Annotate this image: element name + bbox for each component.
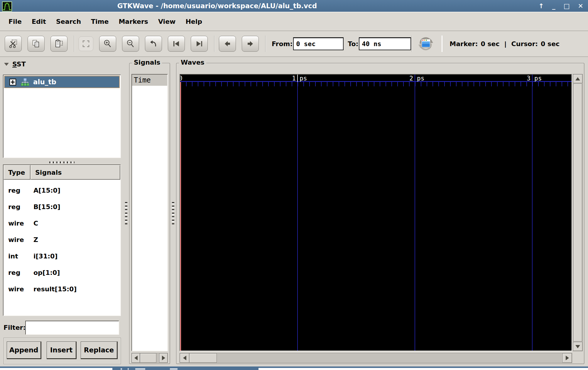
copy-icon[interactable] [28,36,45,52]
waves-vertical-scrollbar[interactable] [573,74,583,351]
timeline-tick-unit: ps [534,75,542,82]
cell-type: reg [4,187,31,194]
waves-panel-title: Waves [179,59,206,66]
fetch-to-start-icon[interactable] [168,36,185,52]
toolbar-separator [412,36,412,52]
waves-horizontal-scrollbar[interactable] [180,353,572,363]
zoom-out-icon[interactable] [122,36,139,52]
menu-item-markers[interactable]: Markers [114,15,153,28]
shift-right-icon[interactable] [242,36,259,52]
timeline-gridline [532,82,533,351]
shade-button[interactable]: ↑ [538,2,544,10]
window-controls: ↑ _ □ ✕ [538,0,583,12]
background-window-titlebar [112,368,258,370]
scrollbar-track[interactable] [156,353,159,363]
append-button[interactable]: Append [7,342,41,359]
cell-type: wire [4,236,31,243]
menubar: FileEditSearchTimeMarkersViewHelp [0,12,588,31]
close-button[interactable]: ✕ [578,2,583,10]
zoom-undo-icon[interactable] [145,36,162,52]
tree-item-alu-tb[interactable]: alu_tb [4,76,120,88]
menu-item-file[interactable]: File [4,15,27,28]
sst-label: SST [12,60,26,68]
timeline-gridline-top [415,75,415,82]
menu-item-search[interactable]: Search [51,15,86,28]
pane-resize-handle[interactable] [49,162,75,163]
signals-panel: Signals Time [129,63,170,364]
actions-frame: Append Insert Replace [4,338,121,364]
from-label: From: [272,40,293,48]
table-row[interactable]: wireZ [4,231,120,248]
to-label: To: [348,40,358,48]
signals-horizontal-scrollbar[interactable] [131,353,168,363]
cell-signal: C [31,220,38,227]
table-row[interactable]: inti[31:0] [4,248,120,264]
table-row[interactable]: regB[15:0] [4,199,120,215]
hierarchy-icon [21,78,29,86]
reload-waveform-icon[interactable] [416,35,435,52]
fetch-to-end-icon[interactable] [191,36,208,52]
gtkwave-window: GTKWave - /home/usuario/workspace/ALU/al… [0,0,588,368]
paste-icon[interactable] [50,36,67,52]
menu-item-view[interactable]: View [153,15,180,28]
signals-list[interactable]: Time [131,74,168,351]
expand-plus-icon[interactable] [9,79,16,85]
titlebar[interactable]: GTKWave - /home/usuario/workspace/ALU/al… [0,0,588,12]
scroll-right-button[interactable] [159,353,168,363]
scroll-right-button[interactable] [562,353,572,363]
scrollbar-thumb[interactable] [189,353,217,363]
from-input[interactable]: 0 sec [293,37,344,50]
signals-panel-title: Signals [132,59,162,66]
scroll-left-button[interactable] [180,353,189,363]
filter-input[interactable] [25,321,119,335]
screen: GTKWave - /home/usuario/workspace/ALU/al… [0,0,588,370]
table-row[interactable]: wireresult[15:0] [4,281,120,297]
maximize-button[interactable]: □ [564,2,570,10]
signal-type-table: Type Signals regA[15:0]regB[15:0]wireCwi… [3,164,121,316]
scrollbar-track[interactable] [217,353,562,363]
tree-item-label: alu_tb [33,78,56,86]
scroll-up-button[interactable] [573,74,582,83]
cut-icon[interactable] [5,36,22,52]
cell-signal: op[1:0] [31,269,60,276]
wave-canvas[interactable]: 01ps2ps3ps [180,74,572,351]
scroll-down-button[interactable] [573,342,582,351]
status-separator: | [504,40,507,48]
zoom-fit-icon [79,36,93,51]
scroll-left-button[interactable] [132,353,140,363]
sst-expander[interactable]: SST [4,60,26,68]
pane-resize-handle[interactable] [125,202,127,224]
cell-type: wire [4,285,31,293]
shift-left-icon[interactable] [219,36,236,52]
toolbar-separator [442,36,442,52]
pane-resize-handle[interactable] [172,202,174,224]
cell-signal: Z [31,236,38,243]
column-header-type[interactable]: Type [4,165,31,180]
table-body: regA[15:0]regB[15:0]wireCwireZinti[31:0]… [4,180,120,315]
column-header-signals[interactable]: Signals [31,165,120,180]
sst-tree[interactable]: alu_tb [3,75,121,158]
chevron-down-icon [4,63,9,66]
menu-item-help[interactable]: Help [180,15,207,28]
app-waveform-icon [2,1,12,11]
waves-panel: Waves 01ps2ps3ps [176,63,584,364]
toolbar-separator [74,36,75,52]
table-row[interactable]: regA[15:0] [4,182,120,199]
toolbar: From: 0 sec To: 40 ns [0,31,588,57]
timeline-gridline [297,82,298,351]
scrollbar-thumb[interactable] [140,353,156,363]
table-row[interactable]: wireC [4,215,120,231]
menu-item-edit[interactable]: Edit [27,15,51,28]
cell-signal: result[15:0] [31,285,77,293]
table-row[interactable]: regop[1:0] [4,264,120,281]
menu-item-time[interactable]: Time [86,15,114,28]
minimize-button[interactable]: _ [552,2,555,10]
zoom-in-icon[interactable] [99,36,116,52]
timeline-tick-label: 1 [262,75,296,82]
signal-list-item[interactable]: Time [132,75,167,86]
to-input[interactable]: 40 ns [359,37,411,50]
marker-line[interactable] [180,82,181,351]
replace-button[interactable]: Replace [81,342,118,359]
scrollbar-thumb[interactable] [573,84,582,342]
insert-button[interactable]: Insert [47,342,77,359]
